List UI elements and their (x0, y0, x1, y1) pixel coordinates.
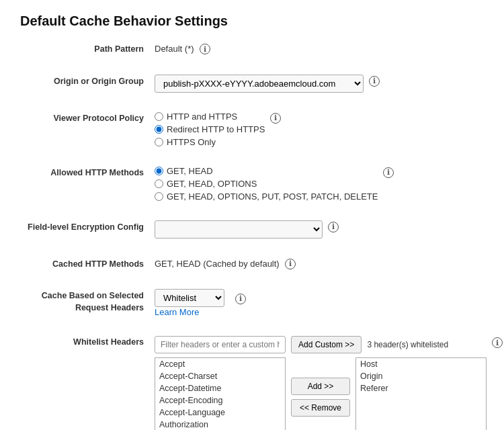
whitelist-main: Add Custom >> 3 header(s) whitelisted Ac… (155, 336, 487, 430)
whitelisted-headers-list[interactable]: HostOriginReferer (355, 357, 487, 430)
allowed-methods-radio-all[interactable] (155, 192, 163, 201)
viewer-protocol-radio-https-only[interactable] (155, 138, 163, 146)
origin-group-row: Origin or Origin Group publish-pXXXX-eYY… (20, 75, 484, 102)
allowed-http-methods-label: Allowed HTTP Methods (20, 166, 155, 179)
cached-http-methods-row: Cached HTTP Methods GET, HEAD (Cached by… (20, 257, 484, 280)
allowed-methods-label-get-head: GET, HEAD (167, 166, 213, 176)
whitelist-headers-label: Whitelist Headers (20, 336, 155, 347)
viewer-protocol-control: HTTP and HTTPS Redirect HTTP to HTTPS HT… (155, 112, 484, 147)
allowed-methods-radio-get-head[interactable] (155, 167, 163, 175)
field-encryption-select[interactable] (155, 220, 323, 239)
allowed-methods-label-all: GET, HEAD, OPTIONS, PUT, POST, PATCH, DE… (167, 191, 378, 202)
origin-group-select[interactable]: publish-pXXXX-eYYYY.adobeaemcloud.com (155, 75, 364, 93)
allowed-http-methods-row: Allowed HTTP Methods GET, HEAD GET, HEAD… (20, 166, 484, 211)
origin-group-info-icon[interactable]: ℹ (369, 76, 380, 87)
path-pattern-row: Path Pattern Default (*) ℹ (20, 42, 484, 65)
whitelisted-header-item[interactable]: Origin (356, 370, 486, 382)
viewer-protocol-label-http-https: HTTP and HTTPS (167, 112, 237, 122)
whitelist-top-bar: Add Custom >> 3 header(s) whitelisted (155, 336, 487, 353)
cached-http-methods-label: Cached HTTP Methods (20, 257, 155, 271)
field-encryption-row: Field-level Encryption Config ℹ (20, 220, 484, 248)
path-pattern-info-icon[interactable]: ℹ (200, 44, 210, 54)
viewer-protocol-label-https-only: HTTPS Only (167, 137, 216, 147)
whitelist-info-icon[interactable]: ℹ (492, 337, 503, 348)
viewer-protocol-option-https-only[interactable]: HTTPS Only (155, 137, 265, 147)
available-header-item[interactable]: Accept-Datetime (155, 382, 285, 394)
cached-http-methods-value: GET, HEAD (Cached by default) (155, 257, 280, 269)
whitelist-filter-input[interactable] (155, 336, 286, 353)
available-header-item[interactable]: Accept-Encoding (155, 394, 285, 406)
viewer-protocol-info-icon[interactable]: ℹ (270, 113, 281, 124)
viewer-protocol-radio-group: HTTP and HTTPS Redirect HTTP to HTTPS HT… (155, 112, 265, 147)
field-encryption-control: ℹ (155, 220, 484, 239)
path-pattern-value: Default (*) (155, 42, 194, 54)
transfer-buttons: Add >> << Remove (291, 357, 350, 417)
viewer-protocol-label: Viewer Protocol Policy (20, 112, 155, 125)
allowed-methods-option-get-head-options[interactable]: GET, HEAD, OPTIONS (155, 179, 378, 189)
whitelisted-header-item[interactable]: Referer (356, 382, 486, 394)
add-button[interactable]: Add >> (291, 378, 350, 395)
whitelist-headers-control: Add Custom >> 3 header(s) whitelisted Ac… (155, 336, 503, 430)
allowed-methods-option-get-head[interactable]: GET, HEAD (155, 166, 378, 176)
cache-headers-select[interactable]: Whitelist (155, 289, 224, 307)
whitelisted-header-item[interactable]: Host (356, 358, 486, 370)
field-encryption-label: Field-level Encryption Config (20, 220, 155, 234)
available-headers-list[interactable]: AcceptAccept-CharsetAccept-DatetimeAccep… (155, 357, 286, 430)
viewer-protocol-row: Viewer Protocol Policy HTTP and HTTPS Re… (20, 112, 484, 157)
cache-headers-info-icon[interactable]: ℹ (235, 294, 246, 304)
cache-headers-label: Cache Based on Selected Request Headers (20, 289, 155, 314)
cache-headers-learn-more[interactable]: Learn More (155, 307, 199, 317)
viewer-protocol-radio-http-https[interactable] (155, 112, 163, 121)
allowed-http-methods-radio-group: GET, HEAD GET, HEAD, OPTIONS GET, HEAD, … (155, 166, 378, 202)
available-header-item[interactable]: Accept (155, 358, 285, 370)
remove-button[interactable]: << Remove (291, 399, 350, 417)
viewer-protocol-option-http-https[interactable]: HTTP and HTTPS (155, 112, 265, 122)
allowed-methods-label-get-head-options: GET, HEAD, OPTIONS (167, 179, 257, 189)
origin-group-label: Origin or Origin Group (20, 75, 155, 88)
whitelist-headers-row: Whitelist Headers Add Custom >> 3 header… (20, 336, 484, 430)
viewer-protocol-option-redirect[interactable]: Redirect HTTP to HTTPS (155, 124, 265, 134)
add-custom-button[interactable]: Add Custom >> (291, 336, 362, 353)
cache-headers-row: Cache Based on Selected Request Headers … (20, 289, 484, 327)
available-header-item[interactable]: Authorization (155, 419, 285, 430)
origin-group-control: publish-pXXXX-eYYYY.adobeaemcloud.com ℹ (155, 75, 484, 93)
path-pattern-label: Path Pattern (20, 42, 155, 56)
cache-headers-control: Whitelist ℹ Learn More (155, 289, 484, 317)
cached-http-methods-control: GET, HEAD (Cached by default) ℹ (155, 257, 484, 269)
cached-http-methods-info-icon[interactable]: ℹ (285, 259, 296, 269)
path-pattern-control: Default (*) ℹ (155, 42, 484, 54)
whitelist-count: 3 header(s) whitelisted (367, 340, 448, 349)
available-header-item[interactable]: Accept-Charset (155, 370, 285, 382)
allowed-methods-option-all[interactable]: GET, HEAD, OPTIONS, PUT, POST, PATCH, DE… (155, 191, 378, 202)
available-header-item[interactable]: Accept-Language (155, 406, 285, 419)
allowed-http-methods-control: GET, HEAD GET, HEAD, OPTIONS GET, HEAD, … (155, 166, 484, 202)
field-encryption-info-icon[interactable]: ℹ (328, 222, 339, 232)
whitelist-lists-container: AcceptAccept-CharsetAccept-DatetimeAccep… (155, 357, 487, 430)
viewer-protocol-radio-redirect[interactable] (155, 125, 163, 134)
allowed-methods-radio-get-head-options[interactable] (155, 179, 163, 188)
whitelist-info-row: Add Custom >> 3 header(s) whitelisted Ac… (155, 336, 503, 430)
viewer-protocol-label-redirect: Redirect HTTP to HTTPS (167, 124, 265, 134)
page-title: Default Cache Behavior Settings (20, 13, 484, 29)
allowed-http-methods-info-icon[interactable]: ℹ (383, 167, 394, 178)
